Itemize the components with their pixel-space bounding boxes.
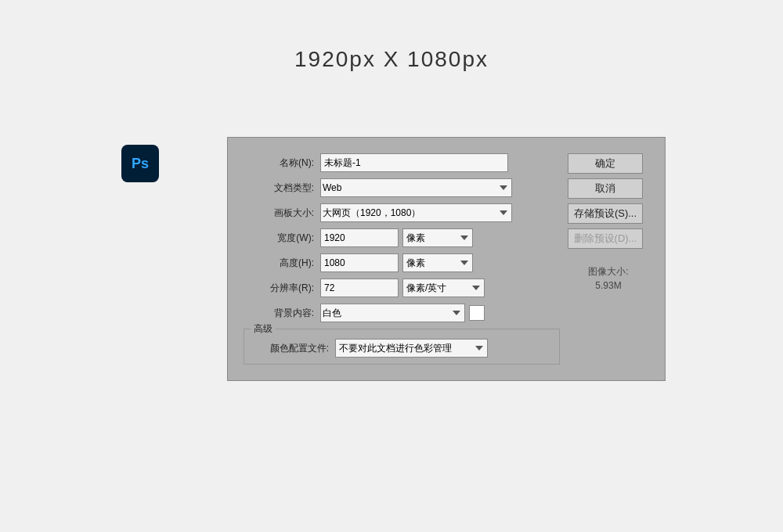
advanced-section: 高级 颜色配置文件: 不要对此文档进行色彩管理 [244, 329, 560, 365]
save-preset-button[interactable]: 存储预设(S)... [568, 203, 643, 224]
doc-type-row: 文档类型: Web [244, 178, 560, 197]
resolution-input[interactable] [320, 279, 399, 297]
right-side: 确定 取消 存储预设(S)... 删除预设(D)... 图像大小: 5.93M [568, 153, 649, 365]
width-input[interactable] [320, 228, 399, 247]
name-input[interactable] [320, 153, 508, 172]
ps-logo-text: Ps [132, 156, 149, 171]
resolution-label: 分辨率(R): [244, 282, 314, 295]
height-row: 高度(H): 像素 [244, 253, 560, 272]
advanced-legend: 高级 [251, 322, 276, 336]
delete-preset-button[interactable]: 删除预设(D)... [568, 228, 643, 249]
height-input[interactable] [320, 253, 399, 272]
width-unit-select[interactable]: 像素 [402, 228, 473, 247]
resolution-row: 分辨率(R): 像素/英寸 [244, 279, 560, 297]
cancel-button[interactable]: 取消 [568, 178, 643, 199]
ok-button[interactable]: 确定 [568, 153, 643, 174]
color-profile-select[interactable]: 不要对此文档进行色彩管理 [335, 339, 488, 358]
canvas-size-select[interactable]: 大网页（1920，1080） [320, 203, 512, 222]
photoshop-icon: Ps [121, 145, 159, 182]
doc-type-select[interactable]: Web [320, 178, 512, 197]
image-size-value: 5.93M [568, 279, 649, 293]
bg-color-swatch[interactable] [469, 305, 485, 321]
width-row: 宽度(W): 像素 [244, 228, 560, 247]
dialog-buttons: 确定 取消 存储预设(S)... 删除预设(D)... [568, 153, 649, 249]
color-profile-row: 颜色配置文件: 不要对此文档进行色彩管理 [251, 339, 553, 358]
name-row: 名称(N): [244, 153, 560, 172]
name-label: 名称(N): [244, 156, 314, 170]
resolution-unit-select[interactable]: 像素/英寸 [402, 279, 485, 297]
bg-row: 背景内容: 白色 [244, 304, 560, 322]
bg-select[interactable]: 白色 [320, 304, 465, 322]
bg-label: 背景内容: [244, 307, 314, 320]
height-unit-select[interactable]: 像素 [402, 253, 473, 272]
color-profile-label: 颜色配置文件: [251, 342, 329, 355]
page-title: 1920px X 1080px [0, 0, 783, 72]
canvas-size-row: 画板大小: 大网页（1920，1080） [244, 203, 560, 222]
canvas-label: 画板大小: [244, 207, 314, 220]
image-size-label: 图像大小: [568, 264, 649, 279]
height-label: 高度(H): [244, 257, 314, 270]
new-document-dialog: 名称(N): 文档类型: Web 画板大小: 大网页（1920，1080） 宽度… [227, 137, 666, 381]
image-size-info: 图像大小: 5.93M [568, 264, 649, 293]
width-label: 宽度(W): [244, 232, 314, 245]
doc-type-label: 文档类型: [244, 182, 314, 195]
dialog-form: 名称(N): 文档类型: Web 画板大小: 大网页（1920，1080） 宽度… [244, 153, 560, 365]
